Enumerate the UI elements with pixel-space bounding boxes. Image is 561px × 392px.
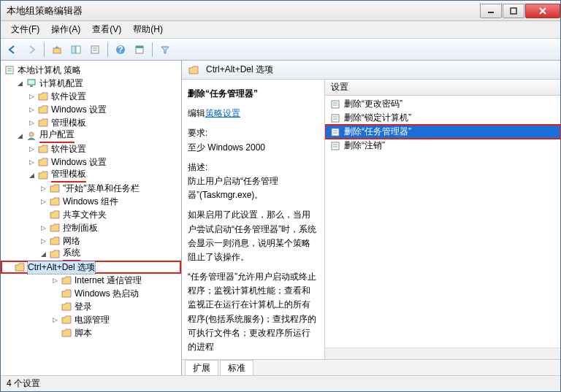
expand-icon[interactable]: ▷ <box>27 158 36 166</box>
tree-root[interactable]: 本地计算机 策略 <box>1 64 181 77</box>
folder-icon <box>49 196 61 207</box>
properties-button[interactable] <box>131 41 148 58</box>
col-setting: 设置 <box>331 81 348 93</box>
show-hide-tree-button[interactable] <box>67 41 85 58</box>
folder-icon <box>49 236 61 246</box>
list-pane: 设置 删除“更改密码” 删除“锁定计算机” 删除“任务管理器” 删除“注销” <box>325 80 560 359</box>
svg-rect-21 <box>332 115 339 122</box>
expand-icon[interactable]: ▷ <box>27 118 36 127</box>
menu-file[interactable]: 文件(F) <box>5 22 45 37</box>
filter-button[interactable] <box>156 41 174 58</box>
menu-action[interactable]: 操作(A) <box>45 22 86 37</box>
expand-icon[interactable]: ▷ <box>27 92 36 101</box>
tree-label: 本地计算机 策略 <box>18 64 81 77</box>
tree-pane[interactable]: 本地计算机 策略 ◢ 计算机配置 ▷软件设置 ▷Windows 设置 ▷管理模板… <box>1 61 182 375</box>
policy-tree: 本地计算机 策略 ◢ 计算机配置 ▷软件设置 ▷Windows 设置 ▷管理模板… <box>1 64 181 339</box>
tree-node[interactable]: ▷管理模板 <box>1 116 181 129</box>
close-button[interactable] <box>525 4 560 18</box>
tree-ctrl-alt-del[interactable]: Ctrl+Alt+Del 选项 <box>1 261 181 274</box>
tree-node[interactable]: ▷软件设置 <box>1 90 181 103</box>
minimize-button[interactable] <box>480 4 502 18</box>
list-column-header[interactable]: 设置 <box>325 80 560 96</box>
tree-label: 控制面板 <box>63 222 98 234</box>
tree-label: 用户配置 <box>39 128 75 143</box>
back-button[interactable] <box>4 41 21 58</box>
svg-rect-12 <box>6 66 13 74</box>
tree-node[interactable]: ▷Windows 设置 <box>1 155 181 169</box>
tree-node[interactable]: ▷Internet 通信管理 <box>1 274 181 287</box>
folder-icon <box>61 288 72 299</box>
tree-admin-templates[interactable]: ◢管理模板 <box>1 169 181 182</box>
tree-node[interactable]: ▷电源管理 <box>1 313 181 326</box>
setting-icon <box>329 112 341 124</box>
help-button[interactable]: ? <box>112 41 129 58</box>
path-header: Ctrl+Alt+Del 选项 <box>182 61 560 80</box>
collapse-icon[interactable]: ◢ <box>39 250 47 258</box>
tree-label: Windows 设置 <box>51 104 107 116</box>
description-label: 描述: <box>188 162 207 172</box>
collapse-icon[interactable]: ◢ <box>27 171 36 180</box>
folder-icon <box>37 104 49 115</box>
export-list-button[interactable] <box>86 41 104 58</box>
folder-icon <box>37 144 49 154</box>
tree-label: Windows 热启动 <box>75 288 139 300</box>
collapse-icon[interactable]: ◢ <box>15 79 24 88</box>
tree-label: Windows 设置 <box>51 156 107 169</box>
expand-icon[interactable]: ▷ <box>39 184 47 193</box>
tree-node[interactable]: 脚本 <box>1 326 181 339</box>
requirements-label: 要求: <box>188 128 207 138</box>
tree-label: 系统 <box>63 247 80 261</box>
svg-point-17 <box>29 132 34 137</box>
expand-icon[interactable]: ▷ <box>50 315 59 324</box>
expand-icon[interactable]: ▷ <box>39 223 47 232</box>
list-item-selected[interactable]: 删除“任务管理器” <box>325 125 560 139</box>
collapse-icon[interactable]: ◢ <box>15 131 24 140</box>
list-item[interactable]: 删除“注销” <box>325 139 560 153</box>
setting-title: 删除“任务管理器” <box>188 88 258 99</box>
svg-rect-18 <box>332 101 339 108</box>
up-button[interactable] <box>48 41 66 58</box>
horizontal-scrollbar[interactable] <box>325 347 560 359</box>
svg-rect-24 <box>332 128 339 136</box>
expand-icon[interactable]: ▷ <box>50 276 59 285</box>
folder-icon <box>61 275 72 285</box>
forward-button[interactable] <box>23 41 40 58</box>
tab-extended[interactable]: 扩展 <box>185 360 218 375</box>
tree-node[interactable]: ▷控制面板 <box>1 221 181 234</box>
tree-node[interactable]: ▷"开始"菜单和任务栏 <box>1 182 181 195</box>
tree-system[interactable]: ◢系统 <box>1 247 181 261</box>
tree-node[interactable]: Windows 热启动 <box>1 287 181 300</box>
tree-node[interactable]: 登录 <box>1 300 181 313</box>
tree-node[interactable]: ▷Windows 设置 <box>1 103 181 116</box>
folder-icon <box>37 118 49 128</box>
svg-rect-3 <box>72 46 75 53</box>
menu-help[interactable]: 帮助(H) <box>127 22 169 37</box>
tree-user-config[interactable]: ◢ 用户配置 <box>1 129 181 142</box>
tree-label: 管理模板 <box>51 117 86 129</box>
titlebar[interactable]: 本地组策略编辑器 <box>1 1 560 21</box>
tree-node[interactable]: ▷软件设置 <box>1 142 181 155</box>
folder-icon <box>37 91 49 101</box>
expand-icon[interactable]: ▷ <box>27 145 36 153</box>
tree-node[interactable]: ▷Windows 组件 <box>1 195 181 208</box>
tree-label: Internet 通信管理 <box>75 274 142 287</box>
maximize-button[interactable] <box>503 4 524 18</box>
policy-icon <box>4 65 15 75</box>
menu-view[interactable]: 查看(V) <box>86 22 127 37</box>
tree-node[interactable]: ▷网络 <box>1 234 181 247</box>
expand-icon[interactable]: ▷ <box>39 197 47 206</box>
svg-rect-5 <box>91 46 99 53</box>
settings-list[interactable]: 删除“更改密码” 删除“锁定计算机” 删除“任务管理器” 删除“注销” <box>325 96 560 347</box>
expand-icon[interactable]: ▷ <box>27 105 36 114</box>
expand-icon[interactable]: ▷ <box>39 237 47 245</box>
svg-rect-2 <box>53 48 61 53</box>
menubar: 文件(F) 操作(A) 查看(V) 帮助(H) <box>1 21 560 39</box>
tree-node[interactable]: 共享文件夹 <box>1 208 181 221</box>
toolbar: ? <box>1 39 560 61</box>
tree-computer-config[interactable]: ◢ 计算机配置 <box>1 77 181 90</box>
tab-standard[interactable]: 标准 <box>220 360 253 375</box>
list-label: 删除“注销” <box>344 139 385 152</box>
list-item[interactable]: 删除“锁定计算机” <box>325 111 560 125</box>
edit-policy-link[interactable]: 策略设置 <box>205 108 240 118</box>
list-item[interactable]: 删除“更改密码” <box>325 97 560 111</box>
